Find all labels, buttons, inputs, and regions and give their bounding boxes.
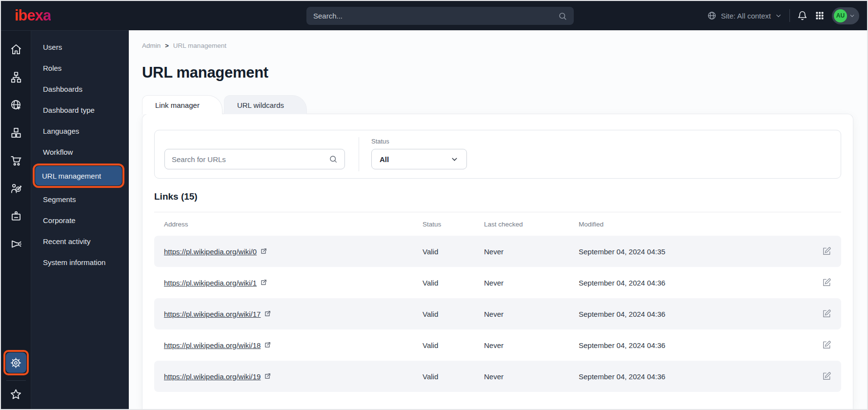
icon-rail [1, 30, 31, 409]
chevron-down-icon [849, 13, 855, 19]
external-link-icon [264, 342, 271, 348]
edit-button[interactable] [822, 371, 831, 381]
edit-button[interactable] [822, 340, 831, 350]
global-search-input[interactable] [313, 12, 558, 20]
chevron-down-icon [450, 155, 459, 164]
status-label: Status [371, 138, 467, 145]
link-last-checked: Never [484, 279, 579, 287]
col-header-modified: Modified [579, 221, 812, 228]
search-icon [329, 155, 338, 164]
admin-menu: Users Roles Dashboards Dashboard type La… [31, 30, 129, 409]
url-search-input[interactable] [172, 155, 329, 164]
marketing-megaphone-icon[interactable] [6, 234, 26, 254]
bookmarks-star-icon[interactable] [6, 385, 26, 404]
annotation-highlight: URL management [33, 164, 124, 188]
corporate-badge-icon[interactable] [6, 206, 26, 226]
content-tree-icon[interactable] [6, 67, 26, 87]
topbar-actions: Site: All context AU [707, 1, 859, 30]
page-title: URL management [142, 64, 853, 82]
ibexa-logo[interactable]: ibexa [15, 7, 51, 24]
filter-bar: Status All [154, 130, 841, 179]
link-address[interactable]: https://pl.wikipedia.org/wiki/18 [164, 341, 261, 349]
link-modified: September 04, 2024 04:36 [579, 372, 812, 381]
menu-item-corporate[interactable]: Corporate [31, 210, 129, 231]
site-globe-icon[interactable] [6, 95, 26, 115]
col-header-address: Address [164, 221, 423, 228]
external-link-icon [260, 279, 267, 286]
product-catalog-icon[interactable] [6, 123, 26, 143]
tab-link-manager[interactable]: Link manager [142, 95, 222, 114]
gear-icon [10, 357, 22, 369]
link-status: Valid [423, 247, 484, 256]
edit-button[interactable] [822, 278, 831, 287]
table-row: https://pl.wikipedia.org/wiki/17 Valid N… [154, 298, 841, 329]
link-modified: September 04, 2024 04:36 [579, 341, 812, 349]
edit-button[interactable] [822, 246, 831, 256]
link-address[interactable]: https://pl.wikipedia.org/wiki/19 [164, 372, 261, 381]
table-row: https://pl.wikipedia.org/wiki/1 Valid Ne… [154, 267, 841, 298]
links-table: Address Status Last checked Modified htt… [154, 212, 841, 392]
link-address[interactable]: https://pl.wikipedia.org/wiki/1 [164, 279, 257, 287]
status-select[interactable]: All [371, 149, 467, 169]
menu-item-workflow[interactable]: Workflow [31, 142, 129, 163]
menu-item-url-management[interactable]: URL management [35, 166, 122, 185]
link-address[interactable]: https://pl.wikipedia.org/wiki/0 [164, 247, 257, 256]
menu-item-dashboard-type[interactable]: Dashboard type [31, 100, 129, 121]
chevron-down-icon [775, 12, 782, 20]
bell-icon [797, 11, 807, 21]
settings-button[interactable] [6, 352, 26, 373]
menu-item-languages[interactable]: Languages [31, 121, 129, 142]
breadcrumb: Admin > URL management [142, 42, 853, 49]
url-search-field[interactable] [164, 149, 345, 169]
tab-bar: Link manager URL wildcards [142, 95, 853, 114]
search-icon [558, 12, 567, 20]
filter-divider [359, 137, 359, 171]
link-modified: September 04, 2024 04:35 [579, 247, 812, 256]
menu-item-dashboards[interactable]: Dashboards [31, 79, 129, 100]
external-link-icon [260, 248, 267, 255]
link-last-checked: Never [484, 341, 579, 349]
tab-url-wildcards[interactable]: URL wildcards [224, 95, 307, 114]
site-context-label: Site: All context [721, 12, 771, 20]
link-status: Valid [423, 341, 484, 349]
external-link-icon [264, 310, 271, 317]
col-header-last-checked: Last checked [484, 221, 579, 228]
menu-item-segments[interactable]: Segments [31, 189, 129, 210]
home-icon[interactable] [6, 40, 26, 59]
col-header-status: Status [423, 221, 484, 228]
table-row: https://pl.wikipedia.org/wiki/18 Valid N… [154, 329, 841, 361]
status-filter: Status All [371, 137, 467, 171]
menu-item-system-information[interactable]: System information [31, 252, 129, 273]
menu-item-recent-activity[interactable]: Recent activity [31, 231, 129, 252]
breadcrumb-separator: > [165, 42, 169, 49]
link-last-checked: Never [484, 372, 579, 381]
table-row: https://pl.wikipedia.org/wiki/0 Valid Ne… [154, 236, 841, 267]
table-header-row: Address Status Last checked Modified [154, 212, 841, 236]
link-address[interactable]: https://pl.wikipedia.org/wiki/17 [164, 310, 261, 318]
site-context-switcher[interactable]: Site: All context [707, 11, 782, 20]
topbar-divider [789, 9, 790, 22]
link-status: Valid [423, 279, 484, 287]
menu-item-users[interactable]: Users [31, 37, 129, 58]
link-manager-panel: Status All Links (15) Address Status [142, 114, 853, 409]
notifications-button[interactable] [797, 11, 807, 21]
menu-item-roles[interactable]: Roles [31, 58, 129, 79]
link-last-checked: Never [484, 247, 579, 256]
rail-bottom-group [1, 350, 31, 409]
customer-groups-icon[interactable] [6, 179, 26, 198]
global-search[interactable] [306, 7, 574, 25]
main-content: Admin > URL management URL management Li… [129, 30, 867, 409]
commerce-cart-icon[interactable] [6, 151, 26, 170]
apps-menu-button[interactable] [815, 11, 825, 20]
status-selected-value: All [380, 155, 389, 164]
breadcrumb-current: URL management [173, 42, 226, 49]
breadcrumb-admin[interactable]: Admin [142, 42, 161, 49]
globe-icon [707, 11, 717, 20]
annotation-highlight [3, 350, 29, 375]
edit-button[interactable] [822, 309, 831, 319]
link-status: Valid [423, 372, 484, 381]
links-heading: Links (15) [154, 191, 841, 202]
app-window: ibexa Site: All context [0, 0, 868, 410]
user-menu[interactable]: AU [832, 7, 859, 24]
topbar: ibexa Site: All context [1, 1, 867, 30]
